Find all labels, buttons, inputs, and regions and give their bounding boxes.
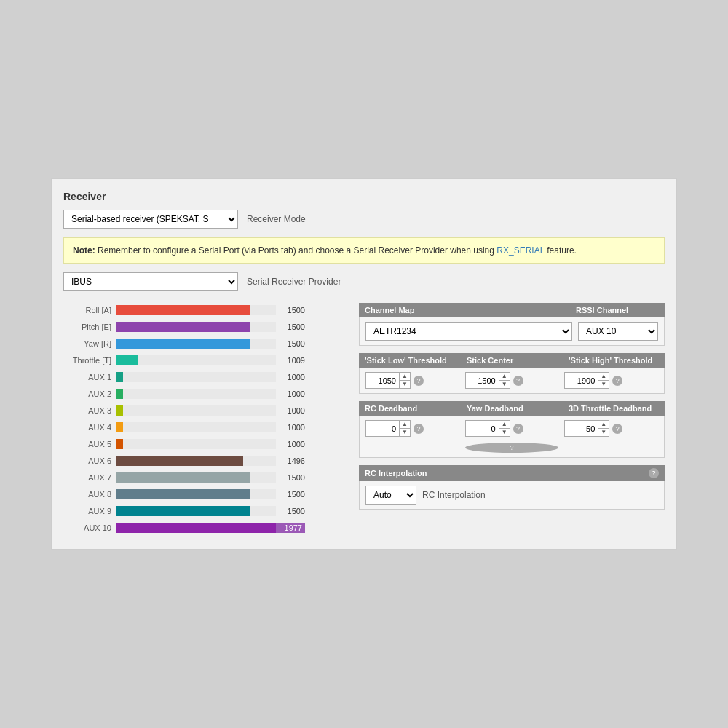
serial-provider-select[interactable]: IBUS bbox=[63, 272, 238, 291]
channel-row-2: Yaw [R]1500 bbox=[63, 336, 347, 351]
channel-label-8: AUX 5 bbox=[63, 440, 116, 448]
stick-high-spinner[interactable]: ▲ ▼ bbox=[564, 372, 609, 389]
yaw-deadband-input[interactable] bbox=[466, 422, 499, 435]
channel-value-4: 1000 bbox=[276, 373, 305, 381]
threshold-header: 'Stick Low' Threshold Stick Center 'Stic… bbox=[359, 353, 665, 368]
channel-label-11: AUX 8 bbox=[63, 490, 116, 499]
stick-low-down[interactable]: ▼ bbox=[400, 381, 410, 388]
stick-high-col: ▲ ▼ ? bbox=[564, 372, 658, 389]
rssi-channel-select[interactable]: AUX 10 bbox=[578, 322, 658, 341]
channel-bar-container-3 bbox=[116, 355, 276, 365]
channel-label-13: AUX 10 bbox=[63, 523, 116, 532]
serial-provider-label: Serial Receiver Provider bbox=[247, 277, 341, 287]
channel-value-5: 1000 bbox=[276, 389, 305, 398]
channel-label-7: AUX 4 bbox=[63, 423, 116, 432]
channel-bar-12 bbox=[116, 506, 250, 516]
throttle-deadband-down[interactable]: ▼ bbox=[598, 429, 609, 436]
channel-label-10: AUX 7 bbox=[63, 473, 116, 482]
rc-deadband-arrows: ▲ ▼ bbox=[399, 421, 410, 436]
stick-low-help[interactable]: ? bbox=[414, 376, 424, 386]
channel-value-9: 1496 bbox=[276, 456, 305, 465]
stick-high-up[interactable]: ▲ bbox=[598, 373, 609, 381]
channel-bar-container-7 bbox=[116, 422, 276, 432]
note-box: Note: Remember to configure a Serial Por… bbox=[63, 237, 665, 264]
yaw-deadband-spinner[interactable]: ▲ ▼ bbox=[465, 420, 510, 437]
note-bold: Note: bbox=[73, 245, 95, 256]
right-section: Channel Map RSSI Channel AETR1234 AUX 10… bbox=[359, 303, 665, 537]
channel-map-select[interactable]: AETR1234 bbox=[365, 322, 572, 341]
stick-center-input[interactable] bbox=[466, 374, 499, 387]
note-text2: feature. bbox=[545, 245, 577, 256]
rc-deadband-spinner[interactable]: ▲ ▼ bbox=[365, 420, 411, 437]
channel-bar-6 bbox=[116, 405, 123, 416]
stick-low-col: ▲ ▼ ? bbox=[365, 372, 459, 389]
yaw-deadband-help[interactable]: ? bbox=[513, 424, 523, 434]
channel-row-3: Throttle [T]1009 bbox=[63, 353, 347, 368]
channel-row-5: AUX 21000 bbox=[63, 387, 347, 401]
main-container: Receiver Serial-based receiver (SPEKSAT,… bbox=[51, 178, 677, 550]
channel-value-11: 1500 bbox=[276, 490, 305, 499]
stick-low-input[interactable] bbox=[366, 374, 399, 387]
channel-bar-container-4 bbox=[116, 372, 276, 382]
stick-high-input[interactable] bbox=[565, 374, 598, 387]
channel-bar-container-2 bbox=[116, 339, 276, 349]
rc-interpolation-select-label: RC Interpolation bbox=[422, 490, 486, 500]
rc-interpolation-help[interactable]: ? bbox=[649, 468, 659, 478]
channel-label-0: Roll [A] bbox=[63, 306, 116, 314]
stick-low-arrows: ▲ ▼ bbox=[399, 373, 410, 388]
throttle-deadband-spinner[interactable]: ▲ ▼ bbox=[564, 420, 609, 437]
receiver-mode-label: Receiver Mode bbox=[247, 214, 306, 224]
channel-label-5: AUX 2 bbox=[63, 389, 116, 398]
rc-deadband-down[interactable]: ▼ bbox=[400, 429, 410, 436]
stick-center-header: Stick Center bbox=[461, 353, 563, 368]
yaw-deadband-up[interactable]: ▲ bbox=[499, 421, 510, 429]
receiver-mode-row: Serial-based receiver (SPEKSAT, S Receiv… bbox=[63, 210, 665, 229]
channel-row-1: Pitch [E]1500 bbox=[63, 320, 347, 334]
yaw-deadband-col: ▲ ▼ ? ? bbox=[465, 420, 559, 453]
channel-bar-0 bbox=[116, 305, 250, 315]
channel-map-header: Channel Map RSSI Channel bbox=[359, 303, 665, 317]
channel-label-2: Yaw [R] bbox=[63, 339, 116, 348]
channel-bar-container-9 bbox=[116, 456, 276, 466]
rc-deadband-input[interactable] bbox=[366, 422, 399, 435]
channel-bar-2 bbox=[116, 339, 250, 349]
stick-center-help[interactable]: ? bbox=[513, 376, 523, 386]
yaw-deadband-help2[interactable]: ? bbox=[465, 443, 559, 453]
stick-high-arrows: ▲ ▼ bbox=[598, 373, 609, 388]
stick-low-spinner[interactable]: ▲ ▼ bbox=[365, 372, 411, 389]
channel-row-0: Roll [A]1500 bbox=[63, 303, 347, 317]
yaw-deadband-down[interactable]: ▼ bbox=[499, 429, 510, 436]
channel-bar-container-8 bbox=[116, 439, 276, 449]
serial-provider-row: IBUS Serial Receiver Provider bbox=[63, 272, 665, 291]
channel-row-11: AUX 81500 bbox=[63, 487, 347, 502]
channel-bar-container-5 bbox=[116, 389, 276, 399]
stick-center-up[interactable]: ▲ bbox=[499, 373, 510, 381]
channel-bar-10 bbox=[116, 472, 250, 483]
channel-bar-9 bbox=[116, 456, 243, 466]
channel-bar-container-11 bbox=[116, 489, 276, 499]
throttle-deadband-input[interactable] bbox=[565, 422, 598, 435]
rc-interpolation-select[interactable]: Auto bbox=[365, 486, 416, 505]
stick-center-down[interactable]: ▼ bbox=[499, 381, 510, 388]
stick-high-help[interactable]: ? bbox=[612, 376, 622, 386]
stick-low-header: 'Stick Low' Threshold bbox=[359, 353, 461, 368]
channel-bar-3 bbox=[116, 355, 138, 365]
receiver-mode-select[interactable]: Serial-based receiver (SPEKSAT, S bbox=[63, 210, 238, 229]
channel-row-7: AUX 41000 bbox=[63, 420, 347, 435]
rc-deadband-up[interactable]: ▲ bbox=[400, 421, 410, 429]
channel-value-12: 1500 bbox=[276, 507, 305, 515]
stick-low-up[interactable]: ▲ bbox=[400, 373, 410, 381]
channel-row-8: AUX 51000 bbox=[63, 437, 347, 451]
stick-high-header: 'Stick High' Threshold bbox=[563, 353, 665, 368]
stick-center-spinner[interactable]: ▲ ▼ bbox=[465, 372, 510, 389]
stick-high-down[interactable]: ▼ bbox=[598, 381, 609, 388]
rc-interpolation-header: RC Interpolation ? bbox=[359, 465, 665, 481]
rc-deadband-help[interactable]: ? bbox=[414, 424, 424, 434]
channel-bar-8 bbox=[116, 439, 123, 449]
rssi-channel-label: RSSI Channel bbox=[570, 303, 665, 317]
channel-bar-container-13 bbox=[116, 523, 276, 533]
throttle-deadband-help[interactable]: ? bbox=[612, 424, 622, 434]
rx-serial-link[interactable]: RX_SERIAL bbox=[496, 245, 545, 256]
channel-value-8: 1000 bbox=[276, 440, 305, 448]
throttle-deadband-up[interactable]: ▲ bbox=[598, 421, 609, 429]
